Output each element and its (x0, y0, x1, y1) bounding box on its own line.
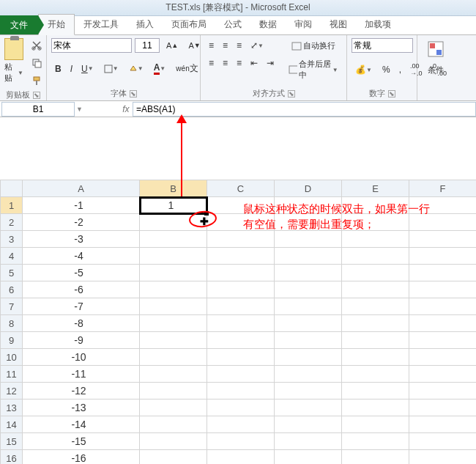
row-header[interactable]: 10 (1, 349, 23, 366)
cell[interactable] (207, 416, 275, 433)
font-color-icon[interactable]: A▼ (150, 60, 171, 77)
font-size-select[interactable] (135, 38, 160, 53)
cell[interactable] (342, 399, 409, 416)
cell[interactable] (275, 433, 342, 450)
cell[interactable] (275, 450, 342, 465)
cell[interactable]: -7 (23, 298, 140, 315)
cell[interactable] (342, 248, 409, 265)
launcher-icon[interactable]: ⬊ (33, 92, 40, 99)
cell[interactable]: -10 (23, 349, 140, 366)
cell[interactable] (207, 265, 275, 281)
cell[interactable] (342, 231, 409, 248)
row-header[interactable]: 11 (1, 366, 23, 383)
row-header[interactable]: 3 (1, 231, 23, 248)
cell[interactable] (275, 248, 342, 265)
cell[interactable]: -1 (23, 197, 140, 214)
cell[interactable] (409, 298, 477, 315)
cell[interactable] (409, 315, 477, 332)
align-middle-icon[interactable]: ≡ (219, 38, 231, 53)
row-header[interactable]: 6 (1, 281, 23, 298)
cell[interactable]: -14 (23, 416, 140, 433)
col-header-C[interactable]: C (207, 180, 275, 197)
cell[interactable] (342, 332, 409, 349)
cell[interactable] (409, 399, 477, 416)
cell[interactable]: -16 (23, 450, 140, 465)
cell[interactable] (207, 281, 275, 298)
row-header[interactable]: 7 (1, 298, 23, 315)
percent-icon[interactable]: % (379, 62, 394, 77)
tab-data[interactable]: 数据 (250, 15, 286, 34)
cell[interactable]: -15 (23, 433, 140, 450)
cell[interactable] (409, 248, 477, 265)
launcher-icon[interactable]: ⬊ (388, 90, 395, 97)
increase-font-icon[interactable]: A▲ (163, 39, 182, 52)
cell[interactable] (409, 332, 477, 349)
row-header[interactable]: 15 (1, 433, 23, 450)
launcher-icon[interactable]: ⬊ (288, 90, 295, 97)
cell[interactable]: -3 (23, 231, 140, 248)
cell[interactable] (207, 433, 275, 450)
cell[interactable] (207, 332, 275, 349)
cell[interactable] (207, 231, 275, 248)
phonetic-icon[interactable]: wén文 (172, 60, 201, 77)
cell[interactable] (207, 349, 275, 366)
row-header[interactable]: 14 (1, 416, 23, 433)
cell[interactable] (275, 383, 342, 399)
align-right-icon[interactable]: ≡ (233, 56, 245, 70)
cell[interactable] (409, 281, 477, 298)
cut-icon[interactable] (28, 38, 45, 53)
cell[interactable] (140, 265, 207, 281)
cell[interactable] (342, 416, 409, 433)
comma-icon[interactable]: , (395, 62, 405, 77)
cell[interactable] (275, 315, 342, 332)
cell[interactable] (342, 315, 409, 332)
align-center-icon[interactable]: ≡ (219, 56, 231, 70)
wrap-text-button[interactable]: 自动换行 (285, 38, 342, 54)
cell[interactable] (275, 416, 342, 433)
cell[interactable]: 1 (140, 197, 207, 214)
cell[interactable]: -5 (23, 265, 140, 281)
col-header-E[interactable]: E (342, 180, 409, 197)
tab-review[interactable]: 审阅 (286, 15, 321, 34)
cell[interactable]: -8 (23, 315, 140, 332)
cell[interactable] (140, 366, 207, 383)
tab-developer[interactable]: 开发工具 (75, 15, 127, 34)
tab-addins[interactable]: 加载项 (356, 15, 400, 34)
cell[interactable]: -11 (23, 366, 140, 383)
cell[interactable] (140, 298, 207, 315)
cell[interactable]: -2 (23, 214, 140, 231)
cell[interactable] (140, 248, 207, 265)
cell[interactable]: -13 (23, 399, 140, 416)
cell[interactable] (207, 248, 275, 265)
row-header[interactable]: 9 (1, 332, 23, 349)
italic-button[interactable]: I (67, 62, 76, 76)
paste-icon[interactable] (4, 38, 23, 60)
cell[interactable] (140, 349, 207, 366)
row-header[interactable]: 2 (1, 214, 23, 231)
cell[interactable] (409, 231, 477, 248)
cell[interactable] (140, 281, 207, 298)
align-left-icon[interactable]: ≡ (205, 56, 217, 70)
decrease-indent-icon[interactable]: ⇤ (247, 56, 261, 70)
row-header[interactable]: 1 (1, 197, 23, 214)
cell[interactable] (275, 366, 342, 383)
cell[interactable] (140, 416, 207, 433)
col-header-A[interactable]: A (23, 180, 140, 197)
tab-view[interactable]: 视图 (321, 15, 356, 34)
cell[interactable] (342, 450, 409, 465)
cell[interactable] (207, 399, 275, 416)
merge-center-button[interactable]: 合并后居中▼ (285, 56, 342, 83)
paste-button[interactable]: 粘贴 (4, 62, 16, 84)
currency-icon[interactable]: 💰▼ (352, 62, 377, 77)
cell[interactable] (409, 433, 477, 450)
cell[interactable] (275, 349, 342, 366)
cell[interactable] (342, 265, 409, 281)
cell[interactable] (207, 450, 275, 465)
row-header[interactable]: 16 (1, 450, 23, 465)
cell[interactable] (342, 281, 409, 298)
cell[interactable] (140, 399, 207, 416)
cell[interactable] (140, 315, 207, 332)
row-header[interactable]: 5 (1, 265, 23, 281)
select-all-corner[interactable] (1, 180, 23, 197)
orientation-icon[interactable]: ⤢▼ (247, 38, 269, 53)
